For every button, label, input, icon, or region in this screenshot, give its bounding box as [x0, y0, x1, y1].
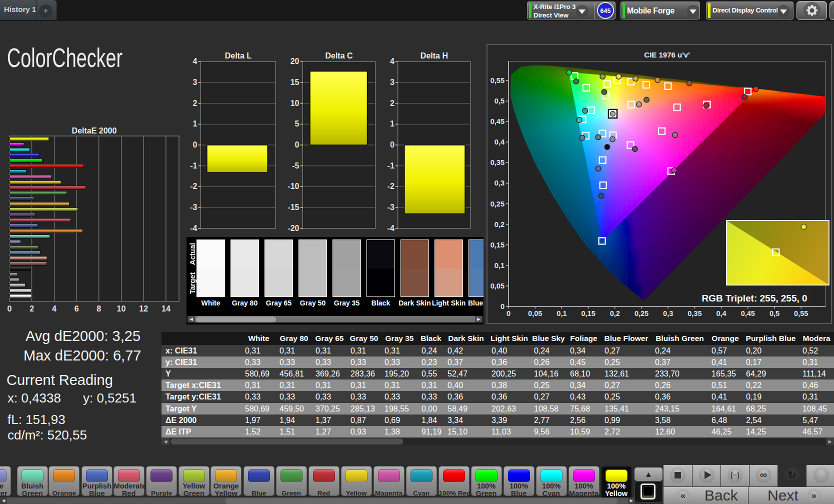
- svg-text:-1: -1: [190, 162, 197, 170]
- svg-text:10: 10: [117, 304, 126, 313]
- svg-text:-3: -3: [388, 203, 394, 212]
- svg-text:0,1: 0,1: [494, 262, 504, 270]
- svg-text:-10: -10: [288, 182, 299, 190]
- svg-text:0,5: 0,5: [494, 97, 504, 105]
- svg-text:0,4: 0,4: [494, 138, 504, 146]
- svg-text:CIE 1976 u'v': CIE 1976 u'v': [644, 50, 690, 59]
- svg-text:0: 0: [506, 310, 510, 318]
- svg-text:Delta C: Delta C: [325, 52, 353, 60]
- svg-text:20: 20: [290, 57, 300, 66]
- svg-text:0: 0: [193, 140, 198, 149]
- svg-text:1: 1: [390, 120, 394, 128]
- svg-text:2: 2: [30, 304, 34, 313]
- svg-text:0,35: 0,35: [490, 158, 504, 166]
- svg-text:0: 0: [8, 304, 12, 313]
- svg-text:6: 6: [74, 304, 79, 313]
- svg-text:0,05: 0,05: [490, 282, 504, 290]
- svg-text:4: 4: [390, 57, 394, 66]
- svg-text:0,25: 0,25: [490, 200, 504, 208]
- svg-text:10: 10: [290, 99, 300, 108]
- svg-text:0,2: 0,2: [494, 220, 504, 228]
- svg-text:0: 0: [295, 140, 300, 149]
- svg-text:0,2: 0,2: [610, 310, 620, 318]
- svg-text:DeltaE 2000: DeltaE 2000: [72, 126, 117, 135]
- svg-text:-3: -3: [190, 203, 197, 212]
- svg-text:0,25: 0,25: [634, 310, 648, 318]
- svg-text:5: 5: [295, 120, 300, 128]
- svg-text:0,35: 0,35: [688, 310, 702, 318]
- svg-text:-4: -4: [190, 224, 197, 232]
- svg-text:8: 8: [96, 304, 101, 313]
- svg-text:0,3: 0,3: [663, 310, 673, 318]
- svg-text:-20: -20: [288, 224, 299, 232]
- svg-text:3: 3: [193, 78, 198, 86]
- svg-text:2: 2: [390, 99, 394, 108]
- svg-text:0,45: 0,45: [741, 310, 755, 318]
- svg-text:-2: -2: [190, 182, 197, 190]
- svg-text:4: 4: [193, 57, 198, 66]
- svg-text:0: 0: [390, 140, 394, 149]
- svg-text:15: 15: [290, 78, 300, 86]
- svg-text:0,55: 0,55: [794, 310, 808, 318]
- svg-text:0,55: 0,55: [490, 76, 504, 84]
- svg-text:12: 12: [139, 304, 148, 313]
- svg-text:0,15: 0,15: [490, 241, 504, 249]
- svg-text:0,3: 0,3: [494, 179, 504, 187]
- svg-text:0,4: 0,4: [716, 310, 726, 318]
- svg-text:0,45: 0,45: [490, 118, 504, 126]
- svg-text:Delta H: Delta H: [420, 52, 448, 60]
- svg-text:1: 1: [193, 120, 198, 128]
- svg-text:0: 0: [500, 302, 504, 310]
- svg-text:0,1: 0,1: [556, 310, 566, 318]
- svg-text:4: 4: [52, 304, 56, 313]
- svg-text:-15: -15: [288, 203, 299, 212]
- svg-text:-1: -1: [388, 162, 394, 170]
- svg-text:-5: -5: [292, 162, 299, 170]
- svg-text:-2: -2: [388, 182, 394, 190]
- svg-text:0,15: 0,15: [581, 310, 595, 318]
- svg-text:0,05: 0,05: [528, 310, 542, 318]
- svg-text:RGB Triplet: 255, 255, 0: RGB Triplet: 255, 255, 0: [702, 293, 807, 304]
- svg-text:2: 2: [193, 99, 198, 108]
- svg-text:0,5: 0,5: [770, 310, 780, 318]
- svg-text:3: 3: [390, 78, 394, 86]
- svg-text:14: 14: [162, 304, 170, 313]
- svg-text:Delta L: Delta L: [225, 52, 252, 60]
- svg-text:-4: -4: [388, 224, 394, 232]
